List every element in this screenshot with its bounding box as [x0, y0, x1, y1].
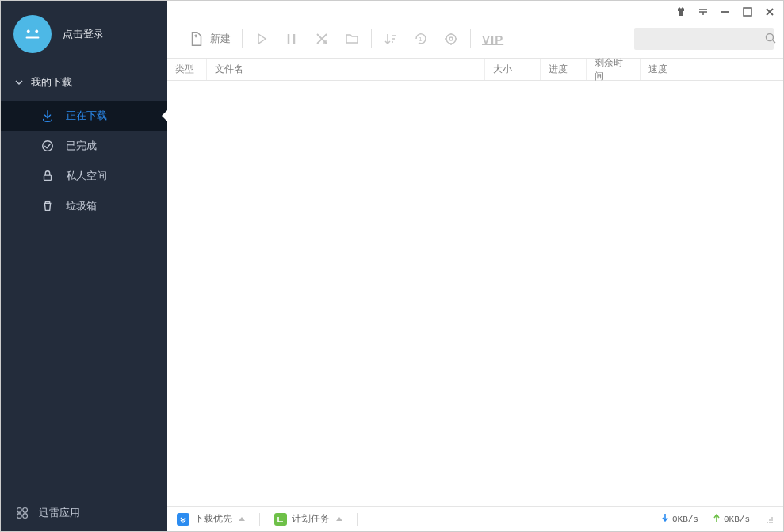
play-icon	[254, 31, 270, 47]
menu-icon[interactable]	[698, 6, 709, 17]
svg-rect-7	[23, 514, 27, 518]
gear-icon	[443, 31, 459, 47]
sidebar-item-private[interactable]: 私人空间	[1, 161, 167, 191]
svg-point-17	[769, 522, 771, 523]
lock-icon	[40, 169, 55, 183]
close-button[interactable]	[764, 6, 775, 17]
column-speed[interactable]: 速度	[641, 59, 783, 80]
new-task-label: 新建	[210, 32, 231, 46]
svg-text:1: 1	[419, 36, 423, 43]
main-area: 新建	[167, 1, 783, 531]
nav-section: 我的下载 正在下载 已完成	[1, 69, 167, 221]
trash-icon	[40, 199, 55, 213]
delete-icon	[314, 31, 330, 47]
nav-section-label: 我的下载	[31, 75, 72, 90]
column-size[interactable]: 大小	[485, 59, 541, 80]
statusbar: 下载优先 计划任务 0KB/s	[167, 506, 783, 531]
svg-point-0	[27, 29, 30, 33]
sort-icon	[383, 31, 399, 47]
search-input[interactable]	[641, 33, 759, 44]
apps-icon	[15, 506, 29, 520]
svg-point-2	[43, 141, 53, 151]
dropdown-indicator-icon	[239, 517, 245, 521]
minimize-button[interactable]	[720, 6, 731, 17]
settings-button[interactable]	[443, 31, 459, 47]
svg-point-16	[767, 522, 768, 523]
search-box[interactable]	[634, 28, 774, 50]
sidebar-item-trash[interactable]: 垃圾箱	[1, 191, 167, 221]
dropdown-indicator-icon	[336, 517, 342, 521]
svg-point-15	[771, 519, 773, 521]
sidebar-item-completed[interactable]: 已完成	[1, 131, 167, 161]
svg-point-1	[35, 29, 38, 33]
pause-icon	[284, 31, 300, 47]
delete-button[interactable]	[314, 31, 330, 47]
schedule-label: 计划任务	[292, 512, 330, 526]
vip-icon: VIP	[482, 33, 503, 46]
nav-items: 正在下载 已完成 私人空间	[1, 101, 167, 221]
sidebar-footer-label: 迅雷应用	[39, 506, 80, 520]
svg-point-11	[449, 37, 453, 40]
svg-rect-3	[44, 175, 52, 180]
skin-icon[interactable]	[675, 6, 686, 17]
login-link[interactable]: 点击登录	[63, 27, 104, 41]
download-priority-button[interactable]: 下载优先	[177, 512, 245, 526]
column-filename[interactable]: 文件名	[207, 59, 485, 80]
download-speed: 0KB/s	[661, 513, 698, 525]
toolbar: 新建	[167, 23, 783, 59]
maximize-button[interactable]	[742, 6, 753, 17]
download-icon	[40, 109, 55, 123]
svg-rect-5	[23, 508, 27, 512]
arrow-up-icon	[713, 513, 721, 525]
resize-grip[interactable]	[764, 515, 774, 524]
column-type[interactable]: 类型	[167, 59, 207, 80]
priority-badge-icon	[177, 513, 189, 526]
schedule-button[interactable]: 计划任务	[274, 512, 342, 526]
svg-point-14	[769, 519, 771, 521]
sort-button[interactable]	[383, 31, 399, 47]
sidebar: 点击登录 我的下载 正在下载	[1, 1, 167, 531]
column-progress[interactable]: 进度	[541, 59, 587, 80]
upload-speed: 0KB/s	[713, 513, 750, 525]
arrow-down-icon	[661, 513, 669, 525]
column-remaining[interactable]: 剩余时间	[587, 59, 641, 80]
separator	[259, 513, 260, 526]
open-folder-button[interactable]	[344, 31, 360, 47]
priority-label: 下载优先	[194, 512, 232, 526]
search-icon[interactable]	[764, 32, 777, 47]
schedule-badge-icon	[274, 513, 287, 526]
app-window: 点击登录 我的下载 正在下载	[0, 0, 784, 532]
new-file-icon	[188, 30, 205, 48]
svg-point-12	[767, 33, 774, 40]
download-list	[167, 81, 783, 506]
sidebar-item-label: 垃圾箱	[66, 199, 97, 213]
svg-rect-4	[17, 508, 21, 512]
down-speed-value: 0KB/s	[672, 515, 698, 524]
chevron-down-icon	[15, 78, 23, 86]
svg-rect-8	[744, 8, 751, 16]
up-speed-value: 0KB/s	[724, 515, 750, 524]
sidebar-item-label: 已完成	[66, 139, 97, 153]
svg-point-13	[771, 517, 773, 519]
statusbar-right: 0KB/s 0KB/s	[661, 513, 774, 525]
pause-button[interactable]	[284, 31, 300, 47]
refresh-icon: 1	[413, 31, 429, 47]
nav-section-header[interactable]: 我的下载	[1, 69, 167, 96]
start-button[interactable]	[254, 31, 270, 47]
new-task-button[interactable]: 新建	[188, 30, 231, 48]
user-area[interactable]: 点击登录	[1, 1, 167, 69]
sidebar-item-label: 正在下载	[66, 109, 107, 123]
svg-point-18	[771, 522, 773, 523]
separator	[357, 513, 358, 526]
check-circle-icon	[40, 139, 55, 153]
vip-button[interactable]: VIP	[482, 33, 503, 46]
sidebar-footer[interactable]: 迅雷应用	[1, 495, 167, 531]
avatar[interactable]	[13, 15, 52, 53]
sidebar-item-label: 私人空间	[66, 169, 107, 183]
svg-point-10	[446, 34, 456, 44]
sidebar-item-downloading[interactable]: 正在下载	[1, 101, 167, 131]
titlebar	[167, 1, 783, 23]
refresh-button[interactable]: 1	[413, 31, 429, 47]
svg-rect-6	[17, 514, 21, 518]
column-headers: 类型 文件名 大小 进度 剩余时间 速度	[167, 59, 783, 81]
